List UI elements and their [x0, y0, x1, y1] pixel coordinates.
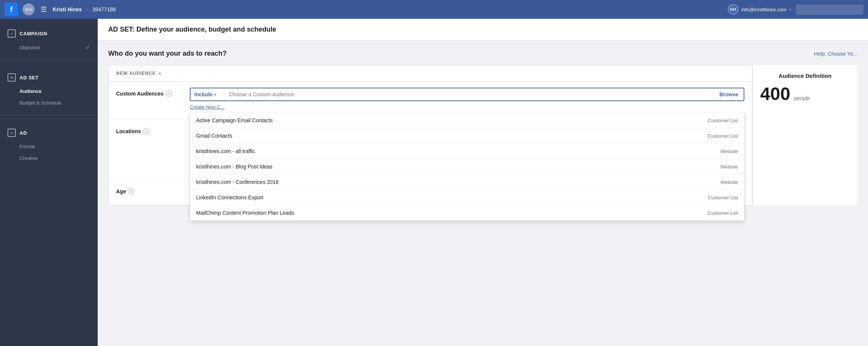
dropdown-item-4[interactable]: kristihines.com - Conferences 2016 Websi…	[190, 175, 744, 190]
dropdown-item-name-6: MailChimp Content Promotion Plan Leads	[196, 210, 294, 216]
dropdown-item-type-1: Customer List	[708, 133, 738, 139]
custom-audiences-info-icon[interactable]: i	[166, 91, 172, 97]
sidebar-item-audience[interactable]: Audience	[0, 85, 98, 97]
dropdown-item-type-5: Customer List	[708, 195, 738, 200]
account-section: KH info@kristihines.com ▾	[728, 4, 791, 15]
sidebar: ✓ CAMPAIGN Objective ✓ ≡ AD SET Audience…	[0, 19, 98, 346]
dropdown-item-name-1: Gmail Contacts	[196, 133, 232, 139]
dropdown-item-3[interactable]: kristihines.com - Blog Post Ideas Websit…	[190, 159, 744, 175]
email-dropdown-arrow[interactable]: ▾	[789, 8, 791, 12]
dropdown-item-1[interactable]: Gmail Contacts Customer List	[190, 128, 744, 144]
include-dropdown-arrow: ▾	[214, 93, 216, 97]
custom-audience-area: Include ▾ Browse Active Campaign	[190, 88, 744, 113]
custom-audiences-label-area: Custom Audiences i	[116, 88, 184, 97]
page-header-prefix: AD SET:	[108, 26, 135, 33]
dropdown-item-type-3: Website	[720, 164, 738, 170]
sidebar-item-format[interactable]: Format	[0, 141, 98, 152]
sidebar-item-budget-schedule[interactable]: Budget & Schedule	[0, 97, 98, 109]
page-header-subtitle: Define your audience, budget and schedul…	[136, 26, 276, 33]
new-audience-bar: NEW AUDIENCE ▾	[109, 65, 752, 82]
dropdown-item-type-0: Customer List	[708, 118, 738, 123]
locations-label-area: Locations i	[116, 125, 184, 134]
nav-username: Kristi Hines	[53, 6, 82, 12]
dropdown-item-type-2: Website	[720, 149, 738, 154]
nav-breadcrumb-arrow: ›	[86, 7, 88, 12]
search-input[interactable]	[796, 5, 863, 15]
dropdown-item-name-0: Active Campaign Email Contacts	[196, 117, 273, 123]
content-body: Who do you want your ads to reach? Help:…	[98, 41, 868, 346]
audience-definition-title: Audience Definition	[760, 73, 850, 79]
audience-count: 400	[760, 84, 790, 104]
sidebar-section-campaign: ✓ CAMPAIGN Objective ✓	[0, 19, 98, 56]
campaign-section-title: CAMPAIGN	[20, 31, 47, 36]
ad-section-header: ▭ AD	[0, 125, 98, 141]
creative-label: Creative	[20, 155, 38, 161]
user-avatar: KH	[23, 3, 35, 15]
browse-button[interactable]: Browse	[714, 88, 744, 100]
dropdown-item-name-2: kristihines.com - all traffic	[196, 148, 255, 154]
sidebar-item-creative[interactable]: Creative	[0, 152, 98, 164]
sidebar-section-adset: ≡ AD SET Audience Budget & Schedule	[0, 63, 98, 112]
include-text: Include	[194, 91, 213, 97]
dropdown-item-type-6: Customer List	[708, 210, 738, 216]
account-badge: KH	[728, 4, 738, 15]
dropdown-item-name-5: LinkedIn Connections Export	[196, 194, 263, 200]
dropdown-item-name-3: kristihines.com - Blog Post Ideas	[196, 164, 272, 170]
include-select-wrapper: Include ▾ Browse	[190, 88, 744, 101]
custom-audiences-row: Custom Audiences i Include ▾	[109, 82, 752, 119]
audience-dropdown: Active Campaign Email Contacts Customer …	[190, 113, 744, 221]
age-label-area: Age i	[116, 185, 184, 194]
audience-panel: NEW AUDIENCE ▾ Custom Audiences i	[108, 65, 752, 206]
sidebar-section-ad: ▭ AD Format Creative	[0, 118, 98, 167]
dropdown-item-2[interactable]: kristihines.com - all traffic Website	[190, 144, 744, 159]
form-area: NEW AUDIENCE ▾ Custom Audiences i	[108, 65, 752, 206]
adset-section-icon: ≡	[8, 73, 16, 82]
nav-email: info@kristihines.com	[741, 7, 786, 12]
audience-search-input[interactable]	[224, 88, 714, 100]
campaign-section-icon: ✓	[8, 29, 16, 38]
divider-1	[0, 59, 98, 60]
new-audience-label: NEW AUDIENCE	[116, 71, 156, 76]
adset-section-title: AD SET	[20, 75, 39, 80]
divider-2	[0, 115, 98, 115]
page-header: AD SET: Define your audience, budget and…	[98, 19, 868, 41]
ad-section-icon: ▭	[8, 129, 16, 137]
locations-info-icon[interactable]: i	[143, 128, 149, 134]
sidebar-item-objective[interactable]: Objective ✓	[0, 41, 98, 53]
age-label: Age	[116, 188, 126, 194]
objective-checkmark: ✓	[86, 44, 90, 50]
custom-audiences-label: Custom Audiences	[116, 91, 163, 97]
page-header-title: AD SET: Define your audience, budget and…	[108, 26, 857, 33]
fb-logo-icon: f	[5, 3, 18, 16]
section-title: Who do you want your ads to reach?	[108, 50, 227, 58]
new-audience-dropdown-arrow[interactable]: ▾	[159, 71, 161, 76]
objective-label: Objective	[20, 45, 40, 50]
main-content: AD SET: Define your audience, budget and…	[98, 19, 868, 346]
locations-label: Locations	[116, 128, 141, 134]
create-new-link[interactable]: Create New C...	[190, 101, 744, 113]
adset-section-header: ≡ AD SET	[0, 70, 98, 85]
main-area: NEW AUDIENCE ▾ Custom Audiences i	[108, 65, 857, 206]
top-nav: f KH ☰ Kristi Hines › 39477188 KH info@k…	[0, 0, 868, 19]
audience-definition-panel: Audience Definition 400 people	[752, 65, 857, 206]
audience-people-label: people	[794, 95, 810, 101]
include-select[interactable]: Include ▾	[191, 88, 224, 100]
budget-schedule-label: Budget & Schedule	[20, 100, 61, 106]
campaign-section-header: ✓ CAMPAIGN	[0, 26, 98, 41]
dropdown-item-name-4: kristihines.com - Conferences 2016	[196, 179, 278, 185]
hamburger-icon[interactable]: ☰	[39, 4, 48, 15]
section-title-row: Who do you want your ads to reach? Help:…	[108, 50, 857, 58]
audience-count-area: 400 people	[760, 83, 850, 104]
format-label: Format	[20, 144, 35, 149]
dropdown-item-6[interactable]: MailChimp Content Promotion Plan Leads C…	[190, 205, 744, 220]
dropdown-item-type-4: Website	[720, 179, 738, 185]
help-link[interactable]: Help: Choose Yo...	[814, 51, 857, 57]
nav-account-id: 39477188	[92, 6, 116, 12]
dropdown-item-0[interactable]: Active Campaign Email Contacts Customer …	[190, 113, 744, 128]
audience-label: Audience	[20, 88, 42, 94]
age-info-icon[interactable]: i	[128, 188, 134, 194]
dropdown-item-5[interactable]: LinkedIn Connections Export Customer Lis…	[190, 190, 744, 205]
ad-section-title: AD	[20, 130, 27, 136]
